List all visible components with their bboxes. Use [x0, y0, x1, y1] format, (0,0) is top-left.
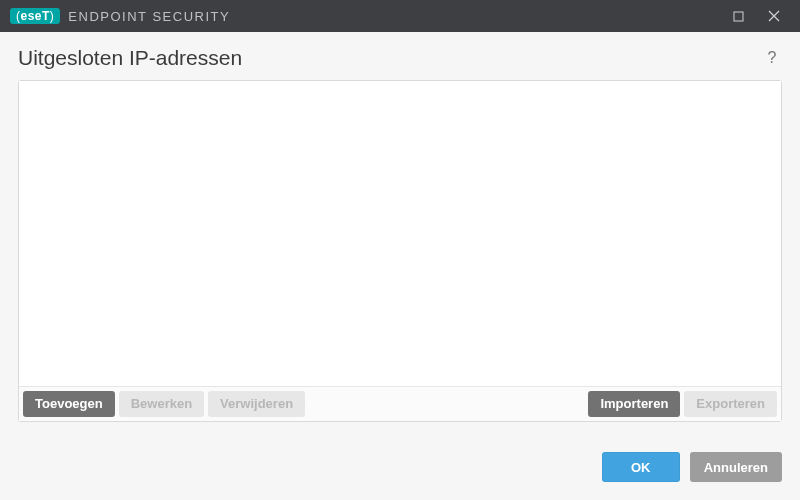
- brand-logo: (eseT): [10, 8, 60, 24]
- cancel-button[interactable]: Annuleren: [690, 452, 782, 482]
- ip-list-area[interactable]: [19, 81, 781, 386]
- footer: OK Annuleren: [0, 434, 800, 500]
- add-button[interactable]: Toevoegen: [23, 391, 115, 417]
- edit-button: Bewerken: [119, 391, 204, 417]
- page-title: Uitgesloten IP-adressen: [18, 46, 242, 70]
- help-icon: ?: [768, 49, 777, 67]
- remove-button: Verwijderen: [208, 391, 305, 417]
- help-button[interactable]: ?: [762, 48, 782, 68]
- export-button: Exporteren: [684, 391, 777, 417]
- window-controls: [720, 0, 792, 32]
- close-icon: [768, 10, 780, 22]
- maximize-icon: [733, 11, 744, 22]
- ok-button[interactable]: OK: [602, 452, 680, 482]
- panel-actions: Toevoegen Bewerken Verwijderen Importere…: [19, 386, 781, 421]
- product-name: ENDPOINT SECURITY: [68, 9, 230, 24]
- titlebar: (eseT) ENDPOINT SECURITY: [0, 0, 800, 32]
- svg-rect-0: [734, 12, 743, 21]
- close-button[interactable]: [756, 0, 792, 32]
- ip-list-panel: Toevoegen Bewerken Verwijderen Importere…: [18, 80, 782, 422]
- import-button[interactable]: Importeren: [588, 391, 680, 417]
- maximize-button[interactable]: [720, 0, 756, 32]
- content: Uitgesloten IP-adressen ? Toevoegen Bewe…: [0, 32, 800, 434]
- header-row: Uitgesloten IP-adressen ?: [18, 42, 782, 80]
- brand: (eseT) ENDPOINT SECURITY: [10, 8, 230, 24]
